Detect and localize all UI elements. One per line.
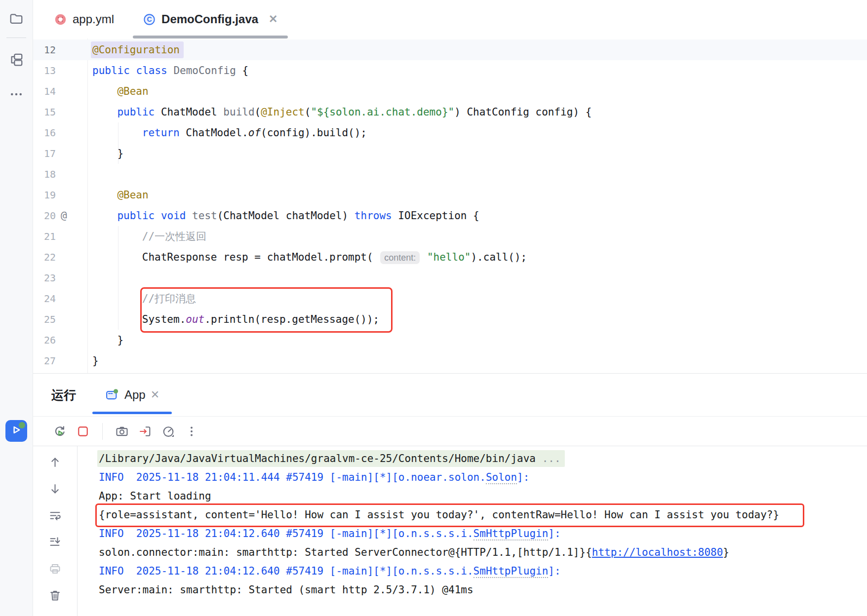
code-token: ChatResponse resp = chatModel.prompt( (142, 251, 379, 263)
profiler-icon[interactable] (161, 424, 175, 438)
code-token: IOException { (392, 210, 479, 222)
code-token: public void (117, 210, 192, 222)
code-line-25: 25System.out.println(resp.getMessage()); (33, 309, 867, 330)
attach-icon[interactable] (138, 424, 152, 438)
code-token: DemoConfig (173, 65, 236, 77)
run-config-icon (105, 388, 118, 402)
line-number[interactable]: 22 (33, 247, 56, 268)
kebab-icon[interactable] (185, 424, 198, 438)
line-number[interactable]: 25 (33, 309, 56, 330)
left-activity-bar (0, 0, 33, 616)
active-run-tab-underline (92, 412, 172, 414)
code-token: ( (305, 106, 311, 118)
code-line-24: 24//打印消息 (33, 288, 867, 309)
code-token: ).call(); (471, 251, 527, 263)
console-line-4: {role=assistant, content='Hello! How can… (99, 505, 867, 524)
console-text: INFO 2025-11-18 21:04:11.444 #57419 [-ma… (99, 471, 486, 483)
line-number[interactable]: 19 (33, 185, 56, 205)
console-output: /Library/Java/JavaVirtualMachines/graalv… (78, 446, 867, 616)
code-lines: 12@Configuration13public class DemoConfi… (33, 38, 867, 373)
scroll-end-icon[interactable] (48, 535, 62, 549)
console-line-5: INFO 2025-11-18 21:04:12.640 #57419 [-ma… (99, 524, 867, 543)
camera-icon[interactable] (115, 424, 129, 438)
folder-icon (9, 11, 24, 28)
console-text: solon.connector:main: smarthttp: Started… (99, 546, 592, 558)
tab-run-app[interactable]: App ✕ (92, 374, 172, 416)
build-tool-icon[interactable] (6, 463, 26, 483)
gutter-annotation-icon[interactable]: @ (61, 205, 67, 226)
run-console: /Library/Java/JavaVirtualMachines/graalv… (33, 446, 867, 616)
code-token: ChatModel. (186, 127, 248, 139)
line-number[interactable]: 12 (33, 39, 56, 60)
line-number[interactable]: 20 (33, 205, 56, 226)
yaml-file-icon (54, 13, 67, 26)
printer-icon[interactable] (48, 562, 62, 576)
line-number[interactable]: 26 (33, 330, 56, 350)
code-token: build (223, 106, 254, 118)
command-line-highlight: /Library/Java/JavaVirtualMachines/graalv… (97, 450, 565, 467)
localhost-link[interactable]: http://localhost:8080 (592, 546, 723, 558)
console-line-3: App: Start loading (99, 487, 867, 505)
line-number[interactable]: 16 (33, 122, 56, 143)
code-token: @Bean (117, 85, 148, 97)
line-number[interactable]: 27 (33, 350, 56, 371)
code-text: ChatResponse resp = chatModel.prompt( co… (92, 247, 527, 268)
line-number[interactable]: 17 (33, 143, 56, 164)
code-line-23: 23 (33, 268, 867, 288)
more-tool-windows-icon[interactable] (6, 85, 26, 105)
code-editor: 12@Configuration13public class DemoConfi… (33, 38, 867, 373)
code-text: @Configuration (92, 39, 184, 60)
services-tool-icon[interactable] (6, 541, 26, 561)
console-text: /Library/Java/JavaVirtualMachines/graalv… (99, 453, 542, 464)
line-number[interactable]: 21 (33, 226, 56, 247)
code-line-13: 13public class DemoConfig { (33, 60, 867, 81)
trash-icon[interactable] (48, 588, 62, 602)
console-text: Server:main: smarthttp: Started (smart h… (99, 584, 473, 596)
line-number[interactable]: 13 (33, 60, 56, 81)
arrow-down-icon[interactable] (48, 482, 62, 496)
structure-tool-icon[interactable] (6, 51, 26, 71)
structure-icon (9, 52, 24, 69)
code-token: out (186, 313, 204, 325)
code-text: public class DemoConfig { (92, 60, 248, 81)
run-tool-window-title: 运行 (51, 387, 76, 403)
console-text: INFO 2025-11-18 21:04:12.640 #57419 [-ma… (99, 565, 473, 577)
code-text: System.out.println(resp.getMessage()); (92, 309, 379, 330)
tab-app-yml[interactable]: app.yml (45, 0, 123, 38)
run-tab-label: App (124, 388, 146, 402)
code-line-17: 17} (33, 143, 867, 164)
code-text: return ChatModel.of(config).build(); (92, 122, 367, 143)
toolbar-divider (102, 423, 103, 440)
line-number[interactable]: 23 (33, 268, 56, 288)
code-text: @Bean (92, 81, 149, 102)
console-text: SmHttpPlugin (473, 528, 549, 540)
rerun-icon[interactable] (53, 424, 67, 438)
project-folder-icon[interactable] (6, 10, 26, 30)
line-number[interactable]: 15 (33, 102, 56, 122)
line-number[interactable]: 18 (33, 164, 56, 185)
code-token: ChatModel (161, 106, 223, 118)
code-text: public ChatModel build(@Inject("${solon.… (92, 102, 591, 122)
dependencies-tool-icon[interactable] (6, 503, 26, 523)
activity-bar-top (0, 0, 33, 105)
console-line-7: INFO 2025-11-18 21:04:12.640 #57419 [-ma… (99, 562, 867, 580)
run-tool-window-button[interactable] (5, 420, 27, 442)
line-number[interactable]: 24 (33, 288, 56, 309)
tab-democonfig-java[interactable]: C DemoConfig.java ✕ (133, 0, 287, 38)
code-text: //打印消息 (92, 288, 196, 309)
arrow-up-icon[interactable] (48, 455, 62, 469)
console-lines: /Library/Java/JavaVirtualMachines/graalv… (99, 449, 867, 599)
soft-wrap-icon[interactable] (48, 508, 62, 522)
stop-icon[interactable] (76, 424, 90, 438)
code-token: of (248, 127, 261, 139)
code-line-18: 18 (33, 164, 867, 185)
code-text: } (92, 143, 123, 164)
line-number[interactable]: 14 (33, 81, 56, 102)
close-run-tab-icon[interactable]: ✕ (151, 389, 159, 400)
code-token: //一次性返回 (142, 231, 206, 242)
code-token: (ChatModel chatModel) (217, 210, 355, 222)
close-tab-icon[interactable]: ✕ (269, 14, 277, 25)
code-line-16: 16return ChatModel.of(config).build(); (33, 122, 867, 143)
terminal-tool-icon[interactable] (6, 578, 26, 598)
ellipsis-icon (9, 87, 24, 104)
